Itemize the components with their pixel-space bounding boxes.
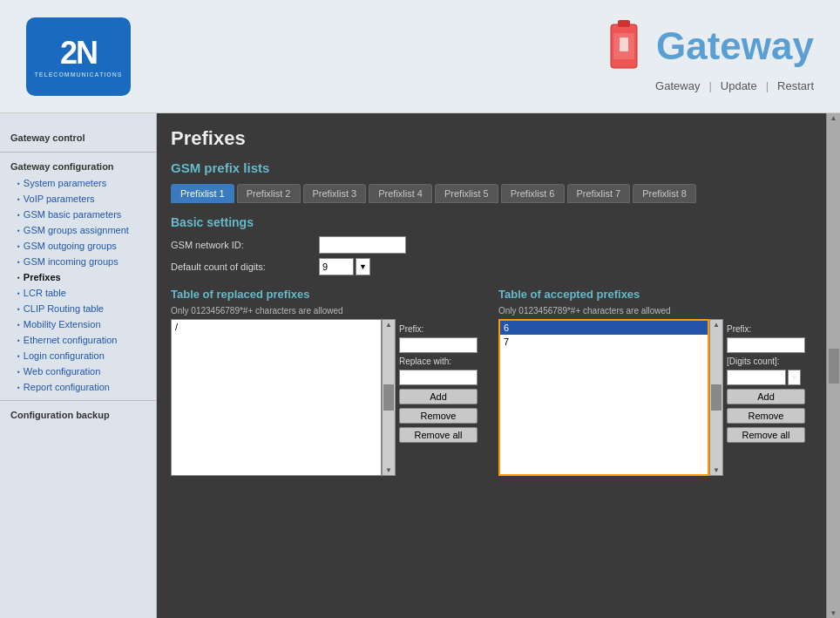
replaced-list-scroll-thumb <box>383 384 394 411</box>
sidebar-section-gateway-config: Gateway configuration <box>0 158 156 175</box>
replaced-prefixes-title: Table of replaced prefixes <box>171 288 481 301</box>
replaced-prefixes-controls: Prefix: Replace with: Add Remove Remove … <box>396 319 481 476</box>
tab-prefixlist-8[interactable]: Prefixlist 8 <box>633 184 696 203</box>
accepted-list-scroll-down[interactable]: ▼ <box>713 466 720 474</box>
content-scrollbar[interactable]: ▲ ▼ <box>826 113 840 618</box>
sidebar-item-gsm-basic[interactable]: GSM basic parameters <box>0 207 156 222</box>
accepted-add-button[interactable]: Add <box>727 389 805 404</box>
accepted-remove-all-button[interactable]: Remove all <box>727 427 805 443</box>
replaced-prefixes-list-container: / <box>171 319 382 476</box>
page-title: Prefixes <box>171 127 809 150</box>
default-count-row: Default count of digits: ▼ <box>171 258 809 275</box>
default-count-input[interactable] <box>319 258 354 275</box>
content-inner: Prefixes GSM prefix lists Prefixlist 1 P… <box>157 113 826 618</box>
digits-count-label: [Digits count]: <box>727 357 805 366</box>
main-layout: Gateway control Gateway configuration Sy… <box>0 113 840 618</box>
replaced-prefixes-list[interactable]: / <box>171 319 382 476</box>
sidebar-section-gateway-control: Gateway control <box>0 129 156 146</box>
sidebar-item-clip-routing[interactable]: CLIP Routing table <box>0 301 156 316</box>
content-scroll-down[interactable]: ▼ <box>830 609 837 617</box>
prefix-tabs: Prefixlist 1 Prefixlist 2 Prefixlist 3 P… <box>171 184 809 203</box>
header: 2N TELECOMMUNICATIONS Gateway Gateway | … <box>0 0 840 113</box>
gsm-prefix-lists-title: GSM prefix lists <box>171 160 809 175</box>
replace-with-input[interactable] <box>399 370 478 385</box>
basic-settings: Basic settings GSM network ID: Default c… <box>171 215 809 275</box>
header-right: Gateway Gateway | Update | Restart <box>602 20 814 92</box>
nav-links: Gateway | Update | Restart <box>655 79 814 92</box>
accepted-prefix-item-2[interactable]: 7 <box>500 335 708 349</box>
gateway-icon <box>602 20 646 72</box>
replaced-prefixes-note: Only 0123456789*#+ characters are allowe… <box>171 306 481 316</box>
tab-prefixlist-7[interactable]: Prefixlist 7 <box>567 184 631 203</box>
logo-telecom: TELECOMMUNICATIONS <box>34 71 122 78</box>
default-count-dropdown[interactable]: ▼ <box>356 258 370 275</box>
replaced-prefixes-section: Table of replaced prefixes Only 01234567… <box>171 288 481 476</box>
sidebar-item-web[interactable]: Web configuration <box>0 363 156 379</box>
svg-rect-3 <box>620 37 628 51</box>
sidebar-item-gsm-outgoing[interactable]: GSM outgoing groups <box>0 238 156 254</box>
accepted-prefixes-list-container: 6 7 <box>498 319 709 476</box>
accepted-prefixes-list[interactable]: 6 7 <box>498 319 709 476</box>
content-area: Prefixes GSM prefix lists Prefixlist 1 P… <box>157 113 840 618</box>
digits-count-input[interactable] <box>727 370 786 385</box>
tables-row: Table of replaced prefixes Only 01234567… <box>171 288 809 476</box>
accepted-prefix-item-1[interactable]: 6 <box>500 321 708 335</box>
accepted-list-scroll-up[interactable]: ▲ <box>713 321 720 329</box>
sidebar-item-ethernet[interactable]: Ethernet configuration <box>0 332 156 348</box>
sidebar-item-report[interactable]: Report configuration <box>0 379 156 395</box>
replaced-prefix-item-1[interactable]: / <box>172 320 381 334</box>
replaced-list-scroll-down[interactable]: ▼ <box>385 466 392 474</box>
accepted-prefix-input[interactable] <box>727 337 805 353</box>
sidebar-divider-2 <box>0 400 156 401</box>
replace-with-label: Replace with: <box>399 357 478 366</box>
replaced-remove-button[interactable]: Remove <box>399 408 478 424</box>
tab-prefixlist-4[interactable]: Prefixlist 4 <box>369 184 432 203</box>
sidebar-item-voip-parameters[interactable]: VoIP parameters <box>0 191 156 207</box>
digits-count-dropdown[interactable]: ▼ <box>788 370 801 385</box>
replaced-list-scroll-up[interactable]: ▲ <box>385 321 392 329</box>
accepted-list-scroll-thumb <box>711 384 721 411</box>
tab-prefixlist-2[interactable]: Prefixlist 2 <box>237 184 301 203</box>
nav-gateway[interactable]: Gateway <box>655 79 700 92</box>
prefix-input[interactable] <box>399 337 478 353</box>
sidebar-item-lcr-table[interactable]: LCR table <box>0 285 156 301</box>
sidebar: Gateway control Gateway configuration Sy… <box>0 113 157 618</box>
sidebar-divider-1 <box>0 152 156 153</box>
sidebar-item-system-parameters[interactable]: System parameters <box>0 175 156 191</box>
content-scroll-up[interactable]: ▲ <box>830 114 837 122</box>
brand-title: Gateway <box>656 24 814 68</box>
sidebar-item-login[interactable]: Login configuration <box>0 348 156 363</box>
gateway-brand: Gateway <box>602 20 814 72</box>
replaced-add-button[interactable]: Add <box>399 389 478 404</box>
accepted-remove-button[interactable]: Remove <box>727 408 805 424</box>
accepted-prefix-label: Prefix: <box>727 324 805 334</box>
gsm-network-id-row: GSM network ID: <box>171 236 809 254</box>
accepted-prefixes-section: Table of accepted prefixes Only 01234567… <box>498 288 809 476</box>
replaced-remove-all-button[interactable]: Remove all <box>399 427 478 443</box>
sidebar-item-gsm-groups[interactable]: GSM groups assignment <box>0 222 156 238</box>
accepted-prefixes-controls: Prefix: [Digits count]: ▼ Add Remove Rem… <box>723 319 809 476</box>
gsm-network-id-input[interactable] <box>319 236 406 254</box>
accepted-prefixes-note: Only 0123456789*#+ characters are allowe… <box>498 306 809 316</box>
tab-prefixlist-1[interactable]: Prefixlist 1 <box>171 184 234 203</box>
sidebar-section-config-backup: Configuration backup <box>0 406 156 424</box>
sidebar-item-prefixes[interactable]: Prefixes <box>0 269 156 285</box>
default-count-label: Default count of digits: <box>171 261 310 272</box>
accepted-prefixes-title: Table of accepted prefixes <box>498 288 809 301</box>
tab-prefixlist-6[interactable]: Prefixlist 6 <box>501 184 565 203</box>
content-scroll-thumb <box>829 349 839 384</box>
sidebar-item-mobility[interactable]: Mobility Extension <box>0 316 156 332</box>
gsm-network-id-label: GSM network ID: <box>171 240 310 250</box>
logo: 2N TELECOMMUNICATIONS <box>26 17 131 96</box>
svg-rect-1 <box>618 20 630 27</box>
logo-2n: 2N <box>60 35 97 71</box>
sidebar-item-gsm-incoming[interactable]: GSM incoming groups <box>0 254 156 269</box>
basic-settings-title: Basic settings <box>171 215 809 229</box>
prefix-label: Prefix: <box>399 324 478 334</box>
nav-update[interactable]: Update <box>721 79 757 92</box>
tab-prefixlist-3[interactable]: Prefixlist 3 <box>303 184 367 203</box>
nav-restart[interactable]: Restart <box>777 79 814 92</box>
tab-prefixlist-5[interactable]: Prefixlist 5 <box>435 184 498 203</box>
